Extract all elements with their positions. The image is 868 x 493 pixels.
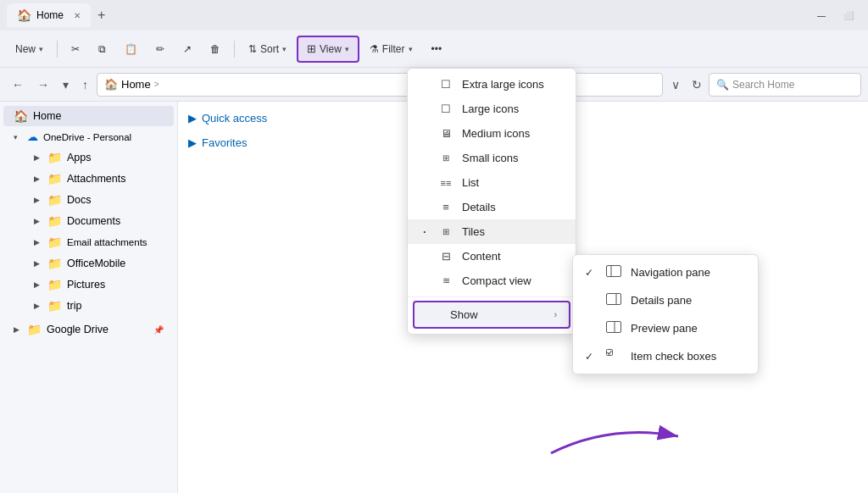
small-icons-icon: ⊞ (438, 153, 453, 163)
rename-icon: ✏ (156, 43, 164, 55)
svg-rect-2 (607, 294, 621, 305)
sidebar-item-home[interactable]: 🏠 Home (3, 106, 174, 126)
copy-button[interactable]: ⧉ (90, 36, 114, 63)
trip-expand-icon: ▶ (34, 302, 42, 310)
new-button[interactable]: New ▾ (7, 36, 52, 63)
onedrive-expand-icon: ▾ (14, 133, 22, 141)
tab-close-button[interactable]: ✕ (74, 11, 81, 20)
share-icon: ↗ (183, 43, 192, 55)
delete-button[interactable]: 🗑 (202, 36, 229, 63)
menu-item-extra-large-icons[interactable]: ☐ Extra large icons (408, 72, 576, 97)
view-label: View (320, 43, 342, 55)
pictures-expand-icon: ▶ (34, 280, 42, 289)
small-icons-label: Small icons (462, 152, 518, 164)
expand-favorites-icon: ▶ (188, 136, 197, 149)
nav-pane-icon (605, 265, 622, 280)
menu-item-list[interactable]: ≡≡ List (408, 170, 576, 195)
sort-button[interactable]: ⇅ Sort ▾ (240, 36, 295, 63)
tab-home-icon: 🏠 (17, 8, 31, 22)
svg-rect-4 (607, 322, 621, 333)
show-label: Show (450, 308, 478, 321)
email-expand-icon: ▶ (34, 238, 42, 246)
preview-pane-label: Preview pane (631, 322, 698, 335)
sidebar-item-documents[interactable]: ▶ 📁 Documents (3, 211, 174, 231)
search-box[interactable]: 🔍 Search Home (709, 73, 861, 97)
rename-button[interactable]: ✏ (147, 36, 173, 63)
sidebar-item-email-attachments[interactable]: ▶ 📁 Email attachments (3, 232, 174, 252)
sidebar-item-attachments[interactable]: ▶ 📁 Attachments (3, 169, 174, 189)
breadcrumb-home-label: Home (121, 78, 151, 91)
forward-button[interactable]: → (32, 75, 54, 95)
menu-item-details[interactable]: ≡ Details (408, 195, 576, 219)
dropdown-button[interactable]: ▾ (58, 75, 74, 95)
refresh-button[interactable]: ↻ (688, 75, 705, 95)
tab-area: 🏠 Home ✕ + (7, 3, 809, 27)
sidebar-item-apps[interactable]: ▶ 📁 Apps (3, 147, 174, 168)
cut-icon: ✂ (71, 43, 80, 55)
paste-button[interactable]: 📋 (116, 36, 146, 63)
sidebar-trip-label: trip (67, 300, 81, 312)
sidebar-item-pictures[interactable]: ▶ 📁 Pictures (3, 274, 174, 295)
nav-pane-label: Navigation pane (631, 266, 710, 279)
window-controls: — ⬜ (809, 5, 861, 25)
menu-item-medium-icons[interactable]: 🖥 Medium icons (408, 121, 576, 146)
tiles-icon: ⊞ (438, 227, 453, 236)
details-pane-label: Details pane (631, 294, 692, 307)
large-icons-icon: ☐ (438, 102, 453, 115)
sidebar-item-docs[interactable]: ▶ 📁 Docs (3, 190, 174, 210)
show-submenu: ✓ Navigation pane Details pane Pre (572, 254, 759, 374)
sidebar-item-onedrive[interactable]: ▾ ☁ OneDrive - Personal (3, 127, 174, 147)
back-button[interactable]: ← (7, 75, 29, 95)
extra-large-label: Extra large icons (462, 78, 544, 91)
apps-folder-icon: 📁 (47, 151, 62, 164)
submenu-item-navigation-pane[interactable]: ✓ Navigation pane (573, 258, 758, 286)
documents-expand-icon: ▶ (34, 217, 42, 225)
breadcrumb-home-icon: 🏠 (104, 78, 118, 91)
home-tab[interactable]: 🏠 Home ✕ (7, 3, 91, 27)
more-icon: ••• (431, 43, 442, 55)
search-icon: 🔍 (716, 79, 729, 91)
submenu-item-details-pane[interactable]: Details pane (573, 286, 758, 314)
menu-item-show[interactable]: Show › (413, 301, 570, 329)
filter-button[interactable]: ⚗ Filter ▾ (361, 36, 421, 63)
share-button[interactable]: ↗ (175, 36, 200, 63)
view-button[interactable]: ⊞ View ▾ (297, 36, 359, 63)
attachments-expand-icon: ▶ (34, 174, 42, 183)
delete-icon: 🗑 (210, 43, 220, 55)
attachments-folder-icon: 📁 (47, 172, 62, 186)
up-button[interactable]: ↑ (77, 75, 93, 95)
new-tab-button[interactable]: + (91, 8, 112, 23)
menu-item-tiles[interactable]: • ⊞ Tiles (408, 219, 576, 244)
sidebar-onedrive-label: OneDrive - Personal (43, 132, 131, 142)
medium-icons-label: Medium icons (462, 127, 530, 140)
title-bar: 🏠 Home ✕ + — ⬜ (0, 0, 868, 30)
sidebar-item-google-drive[interactable]: ▶ 📁 Google Drive 📌 (3, 319, 174, 340)
more-button[interactable]: ••• (423, 36, 451, 63)
quick-access-label: Quick access (202, 112, 267, 125)
sidebar-documents-label: Documents (67, 215, 120, 227)
check-boxes-label: Item check boxes (631, 350, 716, 363)
pin-icon: 📌 (153, 325, 164, 335)
submenu-item-item-check-boxes[interactable]: ✓ Item check boxes (573, 342, 758, 370)
breadcrumb-separator: > (154, 80, 159, 89)
menu-separator (408, 296, 576, 297)
menu-item-large-icons[interactable]: ☐ Large icons (408, 97, 576, 121)
view-dropdown-menu: ☐ Extra large icons ☐ Large icons 🖥 Medi… (407, 68, 576, 335)
compact-view-label: Compact view (462, 274, 531, 287)
dropdown-chevron-button[interactable]: ∨ (666, 75, 685, 95)
menu-item-compact-view[interactable]: ≋ Compact view (408, 269, 576, 293)
minimize-button[interactable]: — (809, 5, 834, 25)
preview-pane-icon (605, 321, 622, 335)
sidebar-item-trip[interactable]: ▶ 📁 trip (3, 296, 174, 316)
sidebar-pictures-label: Pictures (67, 279, 105, 291)
menu-item-small-icons[interactable]: ⊞ Small icons (408, 146, 576, 170)
menu-item-content[interactable]: ⊟ Content (408, 244, 576, 269)
sidebar-item-officemobile[interactable]: ▶ 📁 OfficeMobile (3, 253, 174, 274)
submenu-item-preview-pane[interactable]: Preview pane (573, 314, 758, 342)
breadcrumb[interactable]: 🏠 Home > (97, 73, 663, 97)
cut-button[interactable]: ✂ (63, 36, 88, 63)
maximize-button[interactable]: ⬜ (836, 5, 861, 25)
favorites-label: Favorites (202, 136, 247, 149)
details-pane-icon (605, 293, 622, 307)
medium-icons-icon: 🖥 (438, 127, 453, 140)
